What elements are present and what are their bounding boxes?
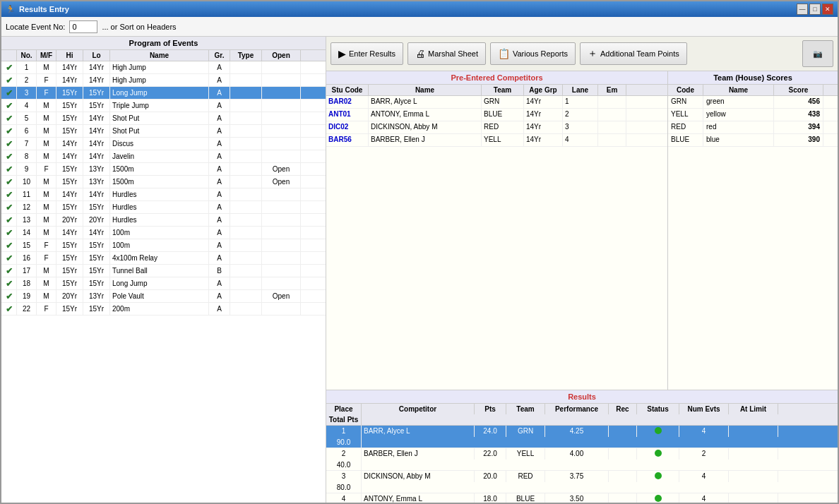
table-row[interactable]: 2 BARBER, Ellen J 22.0 YELL 4.00 2 40.0 bbox=[326, 448, 838, 471]
various-reports-label: Various Reports bbox=[513, 49, 568, 58]
table-row[interactable]: 1 BARR, Alyce L 24.0 GRN 4.25 4 90.0 bbox=[326, 426, 838, 448]
minimize-button[interactable]: — bbox=[797, 4, 808, 15]
res-col-place[interactable]: Place bbox=[326, 404, 362, 414]
stu-code-cell: BAR56 bbox=[326, 134, 369, 146]
check-icon: ✔ bbox=[6, 76, 13, 85]
res-col-atlimit[interactable]: At Limit bbox=[729, 404, 778, 414]
table-row[interactable]: ✔ 2 F 14Yr 14Yr High Jump A bbox=[1, 74, 326, 87]
open-cell bbox=[262, 87, 301, 99]
col-hi[interactable]: Hi bbox=[56, 50, 83, 61]
table-row[interactable]: ✔ 1 M 14Yr 14Yr High Jump A bbox=[1, 61, 326, 74]
gr-cell: A bbox=[209, 163, 230, 175]
photo-button[interactable]: 📷 bbox=[802, 40, 833, 67]
gr-cell: A bbox=[209, 290, 230, 302]
ts-col-code[interactable]: Code bbox=[668, 85, 703, 95]
res-col-status[interactable]: Status bbox=[637, 404, 679, 414]
table-row[interactable]: ✔ 7 M 14Yr 14Yr Discus A bbox=[1, 138, 326, 150]
close-button[interactable]: ✕ bbox=[822, 4, 833, 15]
table-row[interactable]: ✔ 5 M 15Yr 14Yr Shot Put A bbox=[1, 112, 326, 125]
pe-col-agegrp[interactable]: Age Grp bbox=[524, 85, 563, 95]
em-cell bbox=[598, 121, 626, 133]
col-open[interactable]: Open bbox=[262, 50, 301, 61]
table-row[interactable]: ✔ 18 M 15Yr 15Yr Long Jump A bbox=[1, 277, 326, 290]
name-cell: 1500m bbox=[110, 176, 209, 188]
gr-cell: A bbox=[209, 112, 230, 124]
mf-cell: F bbox=[37, 87, 56, 99]
name-cell: Shot Put bbox=[110, 125, 209, 137]
gr-cell: A bbox=[209, 201, 230, 213]
pe-col-stucode[interactable]: Stu Code bbox=[326, 85, 369, 95]
col-type[interactable]: Type bbox=[230, 50, 262, 61]
check-icon: ✔ bbox=[6, 152, 13, 162]
col-gr[interactable]: Gr. bbox=[209, 50, 230, 61]
gr-cell: A bbox=[209, 125, 230, 137]
pe-col-team[interactable]: Team bbox=[482, 85, 524, 95]
enter-results-button[interactable]: ▶ Enter Results bbox=[331, 42, 403, 65]
res-col-team[interactable]: Team bbox=[506, 404, 545, 414]
table-row[interactable]: ✔ 16 F 15Yr 15Yr 4x100m Relay A bbox=[1, 252, 326, 265]
table-row[interactable]: ✔ 4 M 15Yr 15Yr Triple Jump A bbox=[1, 100, 326, 112]
table-row[interactable]: ✔ 22 F 15Yr 15Yr 200m A bbox=[1, 303, 326, 316]
list-item[interactable]: ANT01 ANTONY, Emma L BLUE 14Yr 2 bbox=[326, 109, 667, 121]
type-cell bbox=[230, 138, 262, 150]
results-body: 1 BARR, Alyce L 24.0 GRN 4.25 4 90.0 2 B… bbox=[326, 426, 838, 503]
table-row[interactable]: ✔ 12 M 15Yr 15Yr Hurdles A bbox=[1, 201, 326, 214]
rec-cell bbox=[609, 426, 637, 437]
additional-team-button[interactable]: ＋ Additional Team Points bbox=[580, 42, 687, 65]
list-item[interactable]: BAR02 BARR, Alyce L GRN 14Yr 1 bbox=[326, 96, 667, 109]
res-col-performance[interactable]: Performance bbox=[545, 404, 609, 414]
type-cell bbox=[230, 61, 262, 73]
table-row[interactable]: ✔ 19 M 20Yr 13Yr Pole Vault A Open bbox=[1, 290, 326, 303]
table-row[interactable]: ✔ 17 M 15Yr 15Yr Tunnel Ball B bbox=[1, 265, 326, 277]
lo-cell: 14Yr bbox=[83, 112, 110, 124]
ts-col-name[interactable]: Name bbox=[703, 85, 774, 95]
locate-input[interactable] bbox=[69, 20, 97, 33]
em-cell bbox=[598, 134, 626, 146]
res-col-totalpts[interactable]: Total Pts bbox=[326, 414, 362, 425]
table-row[interactable]: ✔ 14 M 14Yr 14Yr 100m A bbox=[1, 227, 326, 239]
list-item[interactable]: GRN green 456 bbox=[668, 96, 838, 109]
res-col-numevts[interactable]: Num Evts bbox=[679, 404, 729, 414]
table-row[interactable]: ✔ 15 F 15Yr 15Yr 100m A bbox=[1, 239, 326, 252]
name-cell: Discus bbox=[110, 138, 209, 150]
title-bar: 🏃 Results Entry — □ ✕ bbox=[1, 1, 838, 17]
check-icon: ✔ bbox=[6, 177, 13, 187]
table-row[interactable]: 4 ANTONY, Emma L 18.0 BLUE 3.50 4 86.0 bbox=[326, 493, 838, 503]
table-row[interactable]: ✔ 11 M 14Yr 14Yr Hurdles A bbox=[1, 188, 326, 201]
stu-code-cell: ANT01 bbox=[326, 109, 369, 121]
gr-cell: A bbox=[209, 176, 230, 188]
table-row[interactable]: ✔ 13 M 20Yr 20Yr Hurdles A bbox=[1, 214, 326, 227]
ts-name-cell: green bbox=[703, 96, 774, 108]
table-row[interactable]: 3 DICKINSON, Abby M 20.0 RED 3.75 4 80.0 bbox=[326, 471, 838, 493]
hi-cell: 20Yr bbox=[56, 214, 83, 226]
check-icon: ✔ bbox=[6, 266, 13, 276]
list-item[interactable]: BLUE blue 390 bbox=[668, 134, 838, 147]
hi-cell: 15Yr bbox=[56, 239, 83, 251]
various-reports-button[interactable]: 📋 Various Reports bbox=[490, 42, 576, 65]
pe-table-header: Stu Code Name Team Age Grp Lane Em bbox=[326, 85, 667, 96]
table-row[interactable]: ✔ 10 M 15Yr 13Yr 1500m A Open bbox=[1, 176, 326, 188]
pe-col-lane[interactable]: Lane bbox=[563, 85, 598, 95]
col-mf[interactable]: M/F bbox=[37, 50, 56, 61]
res-col-rec[interactable]: Rec bbox=[609, 404, 637, 414]
res-col-pts[interactable]: Pts bbox=[475, 404, 506, 414]
lo-cell: 15Yr bbox=[83, 100, 110, 112]
table-row[interactable]: ✔ 9 F 15Yr 13Yr 1500m A Open bbox=[1, 163, 326, 176]
list-item[interactable]: YELL yellow 438 bbox=[668, 109, 838, 121]
col-lo[interactable]: Lo bbox=[83, 50, 110, 61]
table-row[interactable]: ✔ 3 F 15Yr 15Yr Long Jump A bbox=[1, 87, 326, 100]
ts-col-score[interactable]: Score bbox=[774, 85, 823, 95]
table-row[interactable]: ✔ 8 M 14Yr 14Yr Javelin A bbox=[1, 150, 326, 163]
open-cell bbox=[262, 252, 301, 264]
col-name[interactable]: Name bbox=[110, 50, 209, 61]
marshal-sheet-button[interactable]: 🖨 Marshal Sheet bbox=[407, 42, 486, 65]
pe-col-em[interactable]: Em bbox=[598, 85, 626, 95]
pe-col-name[interactable]: Name bbox=[369, 85, 482, 95]
col-no[interactable]: No. bbox=[17, 50, 37, 61]
table-row[interactable]: ✔ 6 M 15Yr 14Yr Shot Put A bbox=[1, 125, 326, 138]
list-item[interactable]: BAR56 BARBER, Ellen J YELL 14Yr 4 bbox=[326, 134, 667, 147]
list-item[interactable]: DIC02 DICKINSON, Abby M RED 14Yr 3 bbox=[326, 121, 667, 134]
res-col-competitor[interactable]: Competitor bbox=[362, 404, 475, 414]
maximize-button[interactable]: □ bbox=[809, 4, 821, 15]
list-item[interactable]: RED red 394 bbox=[668, 121, 838, 134]
